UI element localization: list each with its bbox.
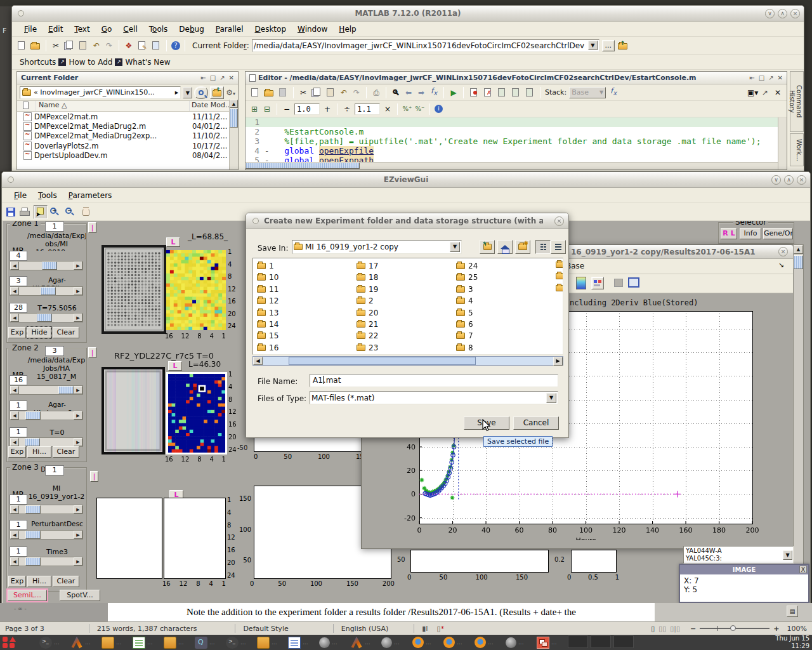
up-one-folder-icon[interactable]: ↑ (210, 86, 224, 99)
folder-item[interactable]: 16 (257, 343, 278, 352)
zoom-out-icon[interactable]: − (65, 207, 78, 217)
matlab-titlebar[interactable]: MATLAB 7.12.0 (R2011a) ∨ ∧ × (12, 6, 804, 22)
file-row[interactable]: DMPexcel2mat_MediaDrug2exp...11/10/2... (17, 131, 238, 141)
firefox-icon[interactable] (412, 637, 424, 648)
folder-item[interactable]: 14 (257, 320, 278, 329)
taskbar-item-firefox[interactable]: ... (475, 635, 494, 649)
slider-right-icon[interactable]: ▶ (74, 531, 82, 539)
ezview-titlebar[interactable]: EZviewGui ∨ ∧ × (2, 172, 810, 188)
slider-left-icon[interactable]: ◀ (10, 287, 19, 295)
maximize-icon[interactable]: ∧ (784, 175, 794, 185)
scroll-right-icon[interactable]: ▶ (553, 357, 563, 366)
slider-left-icon[interactable]: ◀ (10, 557, 19, 566)
new-file-icon[interactable] (249, 88, 261, 98)
grid-view-button[interactable] (535, 240, 551, 254)
status-page[interactable]: Page 3 of 3 (5, 625, 44, 633)
zone-index-field[interactable]: 4 (10, 251, 27, 261)
window-tool-icon[interactable] (628, 277, 639, 288)
selector-gene-button[interactable]: Gene/Ort (763, 228, 793, 239)
forward-icon[interactable]: ➡ (416, 88, 426, 98)
zone-slider[interactable]: ◀▶ (10, 557, 83, 566)
paste-icon[interactable] (325, 88, 336, 98)
view-single-page-icon[interactable]: ▯ (651, 625, 655, 633)
home-button[interactable] (497, 240, 513, 254)
taskbar-item-terminal[interactable]: >_... (39, 635, 60, 649)
folder-item[interactable]: 6 (456, 320, 473, 329)
undock-icon[interactable]: ↗ (219, 74, 225, 81)
taskbar-item-media-player[interactable]: Q... (195, 635, 215, 649)
save-icon[interactable] (277, 88, 289, 98)
step-in-icon[interactable] (510, 88, 521, 98)
print-icon[interactable] (19, 207, 31, 217)
spotview-button[interactable]: SpotV... (60, 590, 100, 601)
breakpoint-clear-icon[interactable]: ✗ (482, 88, 494, 98)
zone-slider[interactable]: ◀▶ (10, 530, 83, 540)
zone-index-field[interactable]: 1 (10, 427, 27, 437)
maximize-panel-icon[interactable]: □ (210, 74, 216, 81)
folder-item[interactable]: 3 (456, 285, 473, 294)
zone-number-field[interactable]: 1 (45, 465, 64, 475)
folder-item[interactable]: 20 (357, 308, 378, 317)
resize-arrow-icon[interactable]: ↘ (778, 261, 784, 269)
file-manager-icon[interactable] (164, 637, 176, 649)
terminal-icon[interactable]: >_ (39, 637, 52, 649)
gene-list-item[interactable]: YAL044W-A (686, 547, 791, 555)
folder-item[interactable] (556, 273, 563, 279)
folder-item[interactable]: 25 (456, 273, 478, 282)
redo-icon[interactable]: ↷ (104, 41, 114, 51)
taskbar-item-file-manager[interactable]: ... (257, 635, 277, 649)
taskbar-item-app-sphere[interactable]: ... (319, 635, 337, 649)
zone3-info-button[interactable]: | (90, 471, 98, 482)
taskbar-item-app-sphere[interactable]: ... (506, 635, 524, 649)
close-panel-icon[interactable]: ✕ (778, 74, 783, 81)
zone-number-field[interactable]: 3 (45, 346, 64, 356)
colony-heatmap-zone1[interactable] (166, 250, 226, 330)
status-zoom-value[interactable]: 100% (787, 625, 807, 633)
zoom-in-icon[interactable]: + (773, 625, 779, 633)
status-words[interactable]: 215 words, 1,387 characters (97, 625, 197, 633)
folder-item[interactable]: 19 (357, 285, 378, 294)
minimize-icon[interactable]: ∨ (771, 175, 781, 185)
simulink-icon[interactable]: ❖ (124, 41, 134, 51)
slider-left-icon[interactable]: ◀ (10, 411, 19, 420)
slider-right-icon[interactable]: ▶ (74, 287, 82, 295)
step-out-icon[interactable] (524, 88, 535, 98)
folder-item[interactable]: 11 (257, 285, 278, 294)
gene-list-dropdown-icon[interactable]: ▼ (783, 550, 792, 560)
media-player-icon[interactable]: Q (195, 637, 207, 649)
image-window-titlebar[interactable]: IMAGE X (680, 565, 808, 574)
bottom-plot-d[interactable] (571, 550, 617, 573)
undock-icon[interactable]: ↗ (760, 88, 770, 98)
value-field-1[interactable]: 1.0 (294, 103, 320, 115)
zone-exp-button[interactable]: Exp (8, 446, 26, 458)
breadcrumb-dropdown-icon[interactable]: ▼ (183, 87, 192, 98)
zone-slider[interactable]: ◀▶ (10, 313, 83, 322)
app-sphere-icon[interactable] (319, 637, 330, 648)
folder-list[interactable]: 1101112131415161718192202122232425345678 (252, 258, 563, 355)
column-header-name[interactable]: Name △ (36, 101, 190, 111)
ezview-vscrollbar[interactable]: ▲ ▼ (793, 244, 804, 600)
zone-slider[interactable]: ◀▶ (10, 437, 83, 447)
menu-item[interactable]: Parallel (210, 23, 249, 35)
taskbar-item-firefox[interactable]: ... (443, 635, 462, 649)
taskbar-item-file-manager[interactable]: ... (164, 635, 184, 649)
up-one-level-button[interactable]: ↰ (480, 240, 495, 254)
breakpoint-set-icon[interactable] (468, 88, 480, 98)
zone-clear-button[interactable]: Clear (53, 446, 79, 458)
info-icon[interactable]: i (435, 105, 443, 113)
maximize-icon[interactable]: ∧ (778, 9, 787, 18)
step-icon[interactable] (496, 88, 508, 98)
zone-index-field[interactable]: 1 (10, 494, 27, 505)
zone-slider[interactable]: ◀▶ (10, 286, 83, 296)
file-name-input[interactable]: A1.mat (310, 374, 558, 387)
back-icon[interactable]: ⬅ (403, 88, 414, 98)
firefox-icon[interactable] (475, 637, 486, 648)
close-icon[interactable]: × (554, 216, 564, 226)
folder-item[interactable]: 21 (357, 320, 378, 329)
folder-item[interactable] (556, 262, 563, 268)
firefox-icon[interactable] (443, 637, 455, 648)
editor-layout-icon[interactable]: ▣▾ (747, 88, 757, 98)
tab-command-history[interactable]: Command History (790, 71, 804, 132)
folder-item[interactable]: 23 (357, 343, 378, 352)
shortcut-whats-new[interactable]: What's New (125, 58, 170, 67)
